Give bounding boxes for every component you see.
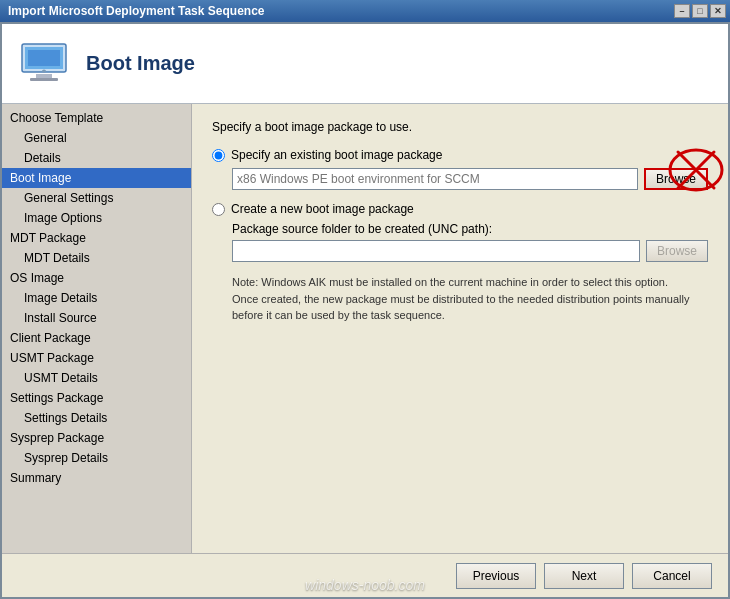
nav-item-general[interactable]: General: [2, 128, 191, 148]
nav-item-boot-image[interactable]: Boot Image: [2, 168, 191, 188]
nav-item-image-options[interactable]: Image Options: [2, 208, 191, 228]
nav-item-mdt-details[interactable]: MDT Details: [2, 248, 191, 268]
title-bar: Import Microsoft Deployment Task Sequenc…: [0, 0, 730, 22]
section-description: Specify a boot image package to use.: [212, 120, 708, 134]
nav-item-details[interactable]: Details: [2, 148, 191, 168]
computer-icon: [18, 38, 70, 90]
dialog-footer: Previous Next Cancel: [2, 553, 728, 597]
svg-point-5: [42, 69, 46, 72]
nav-item-usmt-package[interactable]: USMT Package: [2, 348, 191, 368]
main-panel: Specify a boot image package to use. Spe…: [192, 104, 728, 553]
nav-item-client-package[interactable]: Client Package: [2, 328, 191, 348]
browse-button-2[interactable]: Browse: [646, 240, 708, 262]
radio-group-new: Create a new boot image package Package …: [212, 202, 708, 324]
nav-item-install-source[interactable]: Install Source: [2, 308, 191, 328]
nav-item-os-image[interactable]: OS Image: [2, 268, 191, 288]
radio-existing-label: Specify an existing boot image package: [231, 148, 442, 162]
nav-item-general-settings[interactable]: General Settings: [2, 188, 191, 208]
nav-item-usmt-details[interactable]: USMT Details: [2, 368, 191, 388]
radio-row-existing[interactable]: Specify an existing boot image package: [212, 148, 708, 162]
header-title: Boot Image: [86, 52, 195, 75]
radio-group-existing: Specify an existing boot image package B…: [212, 148, 708, 190]
nav-item-sysprep-package[interactable]: Sysprep Package: [2, 428, 191, 448]
existing-input-row: Browse: [232, 168, 708, 190]
dialog: Boot Image Choose TemplateGeneralDetails…: [0, 22, 730, 599]
radio-new[interactable]: [212, 203, 225, 216]
svg-rect-3: [30, 78, 58, 81]
nav-panel: Choose TemplateGeneralDetailsBoot ImageG…: [2, 104, 192, 553]
close-button[interactable]: ✕: [710, 4, 726, 18]
nav-item-choose-template[interactable]: Choose Template: [2, 108, 191, 128]
nav-item-image-details[interactable]: Image Details: [2, 288, 191, 308]
existing-image-input[interactable]: [232, 168, 638, 190]
browse-button-1[interactable]: Browse: [644, 168, 708, 190]
dialog-content: Choose TemplateGeneralDetailsBoot ImageG…: [2, 104, 728, 553]
new-input-row: Browse: [232, 240, 708, 262]
package-source-input[interactable]: [232, 240, 640, 262]
package-source-label: Package source folder to be created (UNC…: [232, 222, 708, 236]
dialog-header: Boot Image: [2, 24, 728, 104]
svg-rect-4: [28, 50, 60, 66]
svg-rect-2: [36, 74, 52, 78]
title-bar-text: Import Microsoft Deployment Task Sequenc…: [8, 4, 265, 18]
radio-existing[interactable]: [212, 149, 225, 162]
maximize-button[interactable]: □: [692, 4, 708, 18]
minimize-button[interactable]: –: [674, 4, 690, 18]
radio-new-label: Create a new boot image package: [231, 202, 414, 216]
nav-item-sysprep-details[interactable]: Sysprep Details: [2, 448, 191, 468]
radio-row-new[interactable]: Create a new boot image package: [212, 202, 708, 216]
browse-btn-1-wrapper: Browse: [644, 168, 708, 190]
nav-item-settings-details[interactable]: Settings Details: [2, 408, 191, 428]
next-button[interactable]: Next: [544, 563, 624, 589]
note-text: Note: Windows AIK must be installed on t…: [232, 274, 692, 324]
cancel-button[interactable]: Cancel: [632, 563, 712, 589]
title-bar-buttons: – □ ✕: [674, 4, 726, 18]
nav-item-mdt-package[interactable]: MDT Package: [2, 228, 191, 248]
nav-item-summary[interactable]: Summary: [2, 468, 191, 488]
nav-item-settings-package[interactable]: Settings Package: [2, 388, 191, 408]
previous-button[interactable]: Previous: [456, 563, 536, 589]
